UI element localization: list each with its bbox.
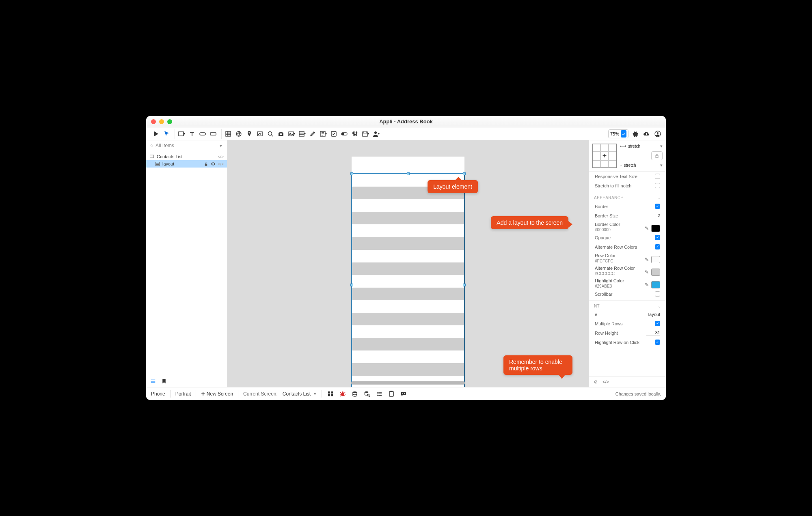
checkbox-icon[interactable] [655, 183, 660, 188]
sidebar-search[interactable]: ▼ [146, 140, 227, 151]
current-screen-select[interactable]: Contacts List ▼ [283, 391, 317, 397]
bug-icon[interactable] [339, 390, 346, 398]
search-icon[interactable] [266, 129, 275, 139]
checkbox-icon[interactable] [329, 129, 339, 139]
edit-icon[interactable] [308, 129, 317, 139]
unlock-icon[interactable] [204, 162, 208, 166]
checkbox-icon[interactable] [655, 340, 660, 345]
chart-icon[interactable] [255, 129, 265, 139]
pointer-icon[interactable] [162, 129, 171, 139]
canvas[interactable]: Layout element Add a layout to the scree… [227, 140, 589, 387]
content-head[interactable]: NT ⌄ [589, 300, 666, 310]
border-size-input[interactable] [646, 213, 660, 218]
h-stretch-select[interactable]: ⟷stretch▾ [620, 144, 663, 149]
chevron-down-icon: ▼ [313, 392, 317, 396]
scrollbar[interactable] [351, 381, 465, 385]
orientation-label[interactable]: Portrait [175, 391, 191, 397]
db-search-icon[interactable] [363, 390, 371, 398]
stretch-notch-toggle[interactable]: Stretch to fill notch [589, 181, 666, 190]
list-icon[interactable] [150, 378, 156, 384]
code-icon[interactable]: </> [603, 379, 609, 385]
row-height-input[interactable] [646, 330, 660, 335]
resize-handle[interactable] [407, 172, 410, 175]
zoom-icon[interactable] [167, 119, 172, 124]
name-field[interactable]: e layout [589, 310, 666, 319]
toggle-icon[interactable] [339, 129, 349, 139]
close-icon[interactable] [151, 119, 156, 124]
checkbox-icon[interactable] [655, 291, 660, 297]
pipette-icon[interactable]: ✎ [645, 282, 649, 288]
bookmark-icon[interactable] [162, 378, 166, 384]
responsive-text-toggle[interactable]: Responsive Text Size [589, 172, 666, 181]
color-swatch[interactable] [651, 269, 660, 276]
pipette-icon[interactable]: ✎ [645, 269, 649, 275]
cloud-upload-icon[interactable] [641, 129, 651, 139]
minimize-icon[interactable] [159, 119, 164, 124]
database-icon[interactable] [351, 390, 358, 398]
camera-icon[interactable] [276, 129, 286, 139]
text-icon[interactable] [187, 129, 197, 139]
zoom-level[interactable]: 75% ▴▾ [608, 129, 628, 138]
opaque-toggle[interactable]: Opaque [589, 233, 666, 242]
v-stretch-select[interactable]: ↕stretch▾ [620, 163, 663, 168]
color-swatch[interactable] [651, 281, 660, 288]
new-screen-button[interactable]: + New Screen [201, 391, 233, 397]
image-icon[interactable]: ▾ [287, 129, 296, 139]
account-icon[interactable] [653, 129, 663, 139]
chat-icon[interactable] [400, 390, 407, 398]
grid-tool-icon[interactable] [223, 129, 233, 139]
color-swatch[interactable] [651, 225, 660, 232]
chevron-down-icon[interactable]: ▼ [219, 144, 223, 148]
color-swatch[interactable] [651, 256, 660, 263]
alt-rows-toggle[interactable]: Alternate Row Colors [589, 242, 666, 252]
user-icon[interactable]: ▾ [371, 129, 381, 139]
field-icon[interactable] [208, 129, 218, 139]
play-icon[interactable] [151, 129, 161, 139]
form-icon[interactable]: ▾ [318, 129, 328, 139]
sliders-icon[interactable] [350, 129, 360, 139]
multiple-rows-toggle[interactable]: Multiple Rows [589, 319, 666, 328]
grid-view-icon[interactable] [327, 390, 334, 398]
checkbox-icon[interactable] [655, 321, 660, 326]
border-toggle[interactable]: Border [589, 202, 666, 211]
layout-tool-icon[interactable]: ▾ [297, 129, 307, 139]
resize-handle[interactable] [463, 284, 466, 286]
code-icon[interactable]: </> [218, 162, 224, 166]
lock-icon[interactable] [651, 151, 663, 160]
appearance-head[interactable]: APPEARANCE ⌄ [589, 192, 666, 202]
clipboard-icon[interactable] [388, 390, 395, 398]
highlight-click-toggle[interactable]: Highlight Row on Click [589, 338, 666, 347]
rect-icon[interactable]: ▾ [177, 129, 186, 139]
pipette-icon[interactable]: ✎ [645, 257, 649, 262]
code-icon[interactable]: </> [218, 155, 224, 159]
pin-icon[interactable] [244, 129, 254, 139]
zoom-stepper-icon[interactable]: ▴▾ [621, 130, 626, 138]
resize-handle[interactable] [350, 284, 353, 286]
svg-rect-1 [200, 133, 205, 135]
scrollbar-toggle[interactable]: Scrollbar [589, 289, 666, 299]
search-input[interactable] [155, 143, 216, 148]
pipette-icon[interactable]: ✎ [645, 226, 649, 231]
alt-row-color-field: Alternate Row Color #CCCCCC ✎ [589, 264, 666, 277]
anchor-grid[interactable]: + [592, 144, 617, 168]
row-height-field[interactable]: Row Height [589, 328, 666, 338]
bullet-list-icon[interactable] [376, 390, 383, 398]
gear-icon[interactable] [630, 129, 640, 139]
device-label[interactable]: Phone [151, 391, 165, 397]
button-icon[interactable] [198, 129, 207, 139]
resize-handle[interactable] [463, 172, 466, 175]
checkbox-icon[interactable] [655, 244, 660, 249]
resize-handle[interactable] [350, 172, 353, 175]
svg-rect-25 [656, 155, 658, 157]
globe-icon[interactable] [234, 129, 244, 139]
border-size-field[interactable]: Border Size [589, 211, 666, 220]
block-icon[interactable]: ⊘ [594, 379, 598, 385]
tree-item-screen[interactable]: Contacts List </> [146, 153, 227, 160]
checkbox-icon[interactable] [655, 235, 660, 240]
eye-icon[interactable] [211, 161, 216, 166]
checkbox-icon[interactable] [655, 204, 660, 209]
checkbox-icon[interactable] [655, 174, 660, 179]
layout-element[interactable] [352, 174, 464, 387]
tree-item-layout[interactable]: layout </> [146, 160, 227, 168]
calendar-icon[interactable]: ▾ [361, 129, 370, 139]
